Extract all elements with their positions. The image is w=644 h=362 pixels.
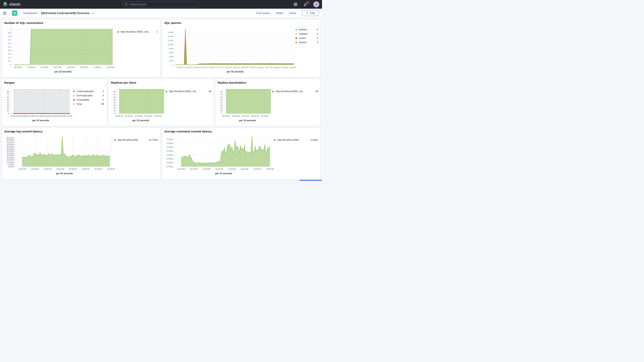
legend-item[interactable]: Selects0 bbox=[296, 41, 318, 44]
legend-item[interactable]: Overreplicated0 bbox=[73, 94, 104, 97]
svg-text:20: 20 bbox=[220, 107, 222, 109]
svg-text:per 10 seconds: per 10 seconds bbox=[132, 119, 149, 122]
svg-text:0.7: 0.7 bbox=[8, 39, 11, 41]
full-screen-button[interactable]: Full screen bbox=[256, 12, 270, 15]
legend-item[interactable]: Underreplicated0 bbox=[73, 90, 104, 93]
legend-item[interactable]: http://localhost:8080...0.26ms bbox=[274, 138, 318, 141]
svg-text:per 10 seconds: per 10 seconds bbox=[215, 172, 232, 175]
legend-item[interactable]: Deletes0 bbox=[296, 28, 318, 31]
horizontal-scrollbar-thumb[interactable] bbox=[300, 180, 322, 181]
svg-text:0.3: 0.3 bbox=[8, 53, 11, 55]
breadcrumb: Dashboard / [Metricbeat CockroachDB] Ove… bbox=[23, 12, 94, 15]
avatar-letter: r bbox=[316, 3, 317, 6]
panel-title: Number of SQL connections bbox=[2, 19, 160, 24]
svg-text:per 10 seconds: per 10 seconds bbox=[239, 119, 256, 122]
svg-text:15:51:00: 15:51:00 bbox=[216, 66, 224, 68]
svg-text:0.00ms: 0.00ms bbox=[167, 166, 173, 168]
legend-item[interactable]: Total89 bbox=[73, 103, 104, 106]
svg-text:15:54:00: 15:54:00 bbox=[241, 66, 248, 68]
top-navigation-bar: elastic bbox=[0, 0, 322, 9]
panel-sql-connections: Number of SQL connections 00.10.20.30.40… bbox=[2, 19, 160, 77]
legend-item[interactable]: http://localhost:8080/_sta...89 bbox=[272, 90, 318, 93]
panel-replica-leaseholders: Replica leaseholders 0102030405060708015… bbox=[215, 79, 320, 126]
svg-text:15:49:00: 15:49:00 bbox=[125, 115, 133, 117]
svg-text:16:00:00: 16:00:00 bbox=[266, 168, 274, 170]
help-button[interactable] bbox=[293, 2, 298, 7]
legend-series-label: Deletes bbox=[299, 28, 307, 31]
panel-command-commit-latency: Average command commit latency 0.00ms0.0… bbox=[162, 128, 320, 180]
menu-button[interactable] bbox=[0, 9, 9, 18]
panel-replicas-per-store: Replicas per Store 0102030405060708015:4… bbox=[108, 79, 214, 126]
legend-series-value: 89 bbox=[314, 90, 318, 93]
svg-text:15:57:00: 15:57:00 bbox=[265, 66, 272, 68]
legend-series-dot bbox=[73, 90, 75, 92]
legend-series-dot bbox=[296, 38, 297, 39]
svg-text:0.6: 0.6 bbox=[8, 42, 11, 44]
svg-text:80: 80 bbox=[114, 90, 116, 93]
edit-button[interactable]: ✎ Edit bbox=[302, 10, 319, 16]
legend-item[interactable]: Unavailable0 bbox=[73, 98, 104, 101]
svg-text:1: 1 bbox=[10, 28, 11, 30]
chart-legend: Underreplicated0Overreplicated0Unavailab… bbox=[73, 90, 104, 106]
svg-text:0.9: 0.9 bbox=[8, 32, 11, 34]
legend-series-dot bbox=[73, 99, 75, 101]
svg-text:8,000: 8,000 bbox=[169, 48, 173, 50]
news-button[interactable] bbox=[303, 2, 308, 7]
svg-text:15.00ms: 15.00ms bbox=[7, 159, 14, 161]
legend-series-label: Inserts bbox=[299, 37, 306, 40]
space-badge[interactable]: D bbox=[12, 10, 17, 16]
legend-item[interactable]: http://localhost:8080/_stat...1 bbox=[117, 30, 158, 33]
legend-item[interactable]: http://localhost:8080/_sta...89 bbox=[166, 90, 212, 93]
legend-item[interactable]: http://localhost:808...22.74ms bbox=[114, 138, 158, 141]
svg-text:15:56:00: 15:56:00 bbox=[257, 66, 264, 68]
svg-text:70: 70 bbox=[7, 93, 9, 96]
svg-text:15:56:00: 15:56:00 bbox=[49, 115, 57, 117]
global-search[interactable] bbox=[122, 2, 200, 7]
svg-text:15:54:00: 15:54:00 bbox=[228, 168, 236, 170]
legend-series-value: 0 bbox=[101, 90, 104, 93]
svg-text:0.4: 0.4 bbox=[8, 49, 11, 52]
legend-series-value: 89 bbox=[99, 103, 104, 106]
svg-text:50.00ms: 50.00ms bbox=[7, 143, 14, 146]
svg-text:15:56:00: 15:56:00 bbox=[241, 168, 248, 170]
title-dropdown-button[interactable] bbox=[92, 12, 94, 14]
legend-item[interactable]: Inserts0 bbox=[296, 37, 318, 40]
legend-series-label: Total bbox=[76, 103, 82, 106]
svg-text:15:46:00: 15:46:00 bbox=[18, 168, 26, 170]
share-button[interactable]: Share bbox=[276, 12, 283, 15]
svg-text:0: 0 bbox=[8, 112, 9, 115]
svg-text:10: 10 bbox=[114, 110, 116, 112]
logo-text: elastic bbox=[10, 2, 21, 6]
user-avatar[interactable]: r bbox=[313, 1, 319, 7]
svg-text:15:56:00: 15:56:00 bbox=[82, 168, 90, 170]
svg-text:15:52:00: 15:52:00 bbox=[134, 115, 142, 117]
svg-text:15:55:00: 15:55:00 bbox=[144, 115, 152, 117]
elastic-logo[interactable]: elastic bbox=[3, 2, 21, 7]
legend-series-label: http://localhost:808... bbox=[118, 138, 140, 141]
svg-text:5.00ms: 5.00ms bbox=[8, 163, 14, 166]
svg-text:15:54:00: 15:54:00 bbox=[41, 115, 49, 117]
svg-text:15:58:00: 15:58:00 bbox=[94, 168, 102, 170]
panel-title: Average command commit latency bbox=[162, 128, 320, 133]
svg-text:15:52:00: 15:52:00 bbox=[225, 66, 232, 68]
svg-text:15:58:00: 15:58:00 bbox=[154, 115, 162, 117]
svg-text:0.2: 0.2 bbox=[8, 56, 11, 59]
svg-text:10: 10 bbox=[220, 110, 222, 112]
legend-series-dot bbox=[73, 103, 75, 105]
chart-canvas[interactable]: 00.10.20.30.40.50.60.70.80.9115:46:0015:… bbox=[4, 26, 158, 76]
svg-text:0: 0 bbox=[172, 64, 173, 66]
chart-canvas[interactable]: 02,0004,0006,0008,00010,00012,00014,0001… bbox=[164, 26, 318, 76]
legend-series-label: http://localhost:8080/_sta... bbox=[169, 90, 198, 93]
legend-item[interactable]: Updates0 bbox=[296, 32, 318, 35]
svg-text:15:46:00: 15:46:00 bbox=[14, 66, 22, 68]
chart-legend: http://localhost:8080...0.26ms bbox=[274, 138, 318, 141]
legend-series-value: 0 bbox=[315, 41, 318, 44]
legend-series-label: Updates bbox=[299, 32, 308, 35]
legend-series-dot bbox=[274, 139, 276, 141]
search-input[interactable] bbox=[130, 3, 198, 6]
legend-series-value: 0 bbox=[101, 94, 104, 97]
clone-button[interactable]: Clone bbox=[289, 12, 296, 15]
svg-text:80: 80 bbox=[7, 90, 9, 93]
page-title: [Metricbeat CockroachDB] Overview bbox=[41, 12, 90, 15]
breadcrumb-dashboard[interactable]: Dashboard bbox=[23, 12, 37, 15]
